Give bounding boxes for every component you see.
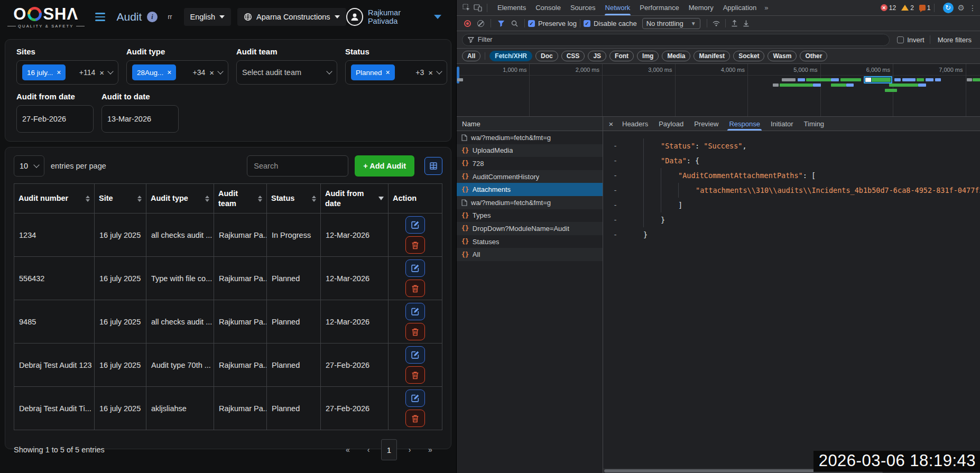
devtools-tab-application[interactable]: Application: [718, 0, 762, 15]
clear-icon[interactable]: ×: [209, 68, 214, 77]
search-input[interactable]: [247, 155, 348, 177]
edit-button[interactable]: [405, 346, 425, 364]
fold-marker-icon[interactable]: -: [603, 156, 627, 165]
clear-icon[interactable]: ×: [99, 68, 104, 77]
page-number-button[interactable]: 1: [381, 439, 397, 460]
import-har-icon[interactable]: [729, 18, 741, 29]
request-filter-all[interactable]: All: [462, 51, 480, 61]
audit-type-multiselect[interactable]: 28Aug... × +34 ×: [126, 60, 228, 85]
edit-button[interactable]: [405, 216, 425, 234]
request-row[interactable]: {}Types: [457, 209, 603, 222]
user-menu[interactable]: Rajkumar Pativada: [346, 8, 441, 26]
request-row[interactable]: wa/?medium=fetch&fmt=g: [457, 131, 603, 144]
delete-button[interactable]: [405, 323, 425, 340]
sort-icon[interactable]: [135, 196, 142, 202]
fold-marker-icon[interactable]: -: [603, 216, 627, 224]
response-code-view[interactable]: -"Status": "Success",-"Data": {-"AuditCo…: [603, 131, 980, 473]
next-page-button[interactable]: ›: [402, 439, 418, 460]
request-filter-doc[interactable]: Doc: [535, 51, 558, 61]
inspect-element-icon[interactable]: [460, 3, 472, 13]
request-filter-media[interactable]: Media: [662, 51, 690, 61]
more-filters-button[interactable]: More filters: [938, 36, 972, 44]
invert-option[interactable]: Invert: [897, 36, 924, 44]
more-tabs-icon[interactable]: »: [761, 4, 771, 12]
fold-marker-icon[interactable]: -: [603, 186, 627, 194]
issues-badge[interactable]: 1: [919, 4, 931, 12]
sites-multiselect[interactable]: 16 july... × +114 ×: [16, 60, 118, 85]
devtools-tab-console[interactable]: Console: [531, 0, 566, 15]
network-overview-timeline[interactable]: 1,000 ms2,000 ms3,000 ms4,000 ms5,000 ms…: [457, 64, 980, 117]
request-row[interactable]: {}AuditCommentHistory: [457, 170, 603, 183]
warning-badge[interactable]: 2: [901, 4, 914, 12]
sort-icon[interactable]: [84, 196, 90, 202]
devtools-tab-network[interactable]: Network: [600, 0, 635, 15]
organization-select[interactable]: Aparna Constructions: [237, 8, 346, 26]
detail-tab-timing[interactable]: Timing: [799, 117, 830, 131]
language-select[interactable]: English: [184, 8, 232, 26]
devtools-tab-elements[interactable]: Elements: [493, 0, 531, 15]
info-icon[interactable]: i: [147, 12, 157, 22]
devtools-tab-memory[interactable]: Memory: [684, 0, 718, 15]
settings-gear-icon[interactable]: ⚙: [958, 3, 965, 13]
filter-input-wrap[interactable]: [462, 34, 890, 46]
edit-button[interactable]: [405, 259, 425, 277]
remove-chip-icon[interactable]: ×: [386, 68, 390, 77]
request-row[interactable]: {}Statuses: [457, 235, 603, 248]
fold-marker-icon[interactable]: -: [603, 142, 627, 150]
first-page-button[interactable]: «: [340, 439, 356, 460]
column-header-audit-number[interactable]: Audit number: [14, 184, 95, 214]
request-row[interactable]: {}UploadMedia: [457, 144, 603, 157]
status-multiselect[interactable]: Planned × +3 ×: [345, 60, 447, 85]
request-filter-manifest[interactable]: Manifest: [694, 51, 730, 61]
devtools-tab-performance[interactable]: Performance: [635, 0, 683, 15]
selected-status-chip[interactable]: Planned ×: [351, 64, 395, 80]
close-icon[interactable]: ×: [605, 119, 617, 128]
column-header-action[interactable]: Action: [389, 184, 442, 214]
export-har-icon[interactable]: [741, 18, 752, 29]
column-header-audit-from-date[interactable]: Audit from date: [321, 184, 389, 214]
column-header-audit-type[interactable]: Audit type: [146, 184, 214, 214]
edit-button[interactable]: [405, 303, 425, 320]
prev-page-button[interactable]: ‹: [360, 439, 376, 460]
column-header-audit-team[interactable]: Audit team: [214, 184, 267, 214]
selected-site-chip[interactable]: 16 july... ×: [22, 64, 66, 80]
sort-icon[interactable]: [256, 196, 262, 202]
request-filter-other[interactable]: Other: [800, 51, 827, 61]
request-filter-socket[interactable]: Socket: [733, 51, 764, 61]
column-header-status[interactable]: Status: [267, 184, 321, 214]
fold-marker-icon[interactable]: -: [603, 201, 627, 209]
detail-tab-response[interactable]: Response: [724, 117, 765, 131]
network-filter-input[interactable]: [478, 36, 884, 43]
request-row[interactable]: {}All: [457, 248, 603, 261]
sort-desc-icon[interactable]: [376, 197, 384, 200]
request-filter-img[interactable]: Img: [637, 51, 659, 61]
request-row[interactable]: wa/?medium=fetch&fmt=g: [457, 196, 603, 209]
selected-audit-type-chip[interactable]: 28Aug... ×: [132, 64, 176, 80]
preserve-log-checkbox[interactable]: ✓: [528, 20, 535, 27]
name-column-header[interactable]: Name: [457, 117, 603, 131]
fold-marker-icon[interactable]: -: [603, 230, 627, 239]
request-row[interactable]: {}DropDown?ModuleName=Audit: [457, 222, 603, 235]
filter-funnel-icon[interactable]: [497, 20, 505, 27]
remove-chip-icon[interactable]: ×: [167, 68, 171, 77]
network-conditions-icon[interactable]: [710, 18, 722, 29]
throttling-select[interactable]: No throttling ▼: [642, 18, 700, 29]
menu-icon[interactable]: [95, 13, 105, 21]
request-filter-font[interactable]: Font: [609, 51, 634, 61]
request-filter-fetch-xhr[interactable]: Fetch/XHR: [489, 51, 532, 61]
from-date-input[interactable]: 27-Feb-2026: [16, 105, 94, 133]
remove-chip-icon[interactable]: ×: [57, 68, 61, 77]
kebab-menu-icon[interactable]: ⋮: [969, 4, 976, 12]
fold-marker-icon[interactable]: -: [603, 171, 627, 180]
request-row[interactable]: {}Attachments: [457, 183, 603, 196]
invert-checkbox[interactable]: [897, 36, 904, 43]
sort-icon[interactable]: [310, 196, 316, 202]
device-toolbar-icon[interactable]: [472, 3, 484, 13]
request-filter-css[interactable]: CSS: [561, 51, 585, 61]
request-row[interactable]: {}728: [457, 157, 603, 170]
disable-cache-checkbox[interactable]: ✓: [584, 20, 590, 27]
last-page-button[interactable]: »: [422, 439, 438, 460]
request-filter-js[interactable]: JS: [588, 51, 606, 61]
delete-button[interactable]: [405, 410, 425, 427]
column-header-site[interactable]: Site: [95, 184, 146, 214]
